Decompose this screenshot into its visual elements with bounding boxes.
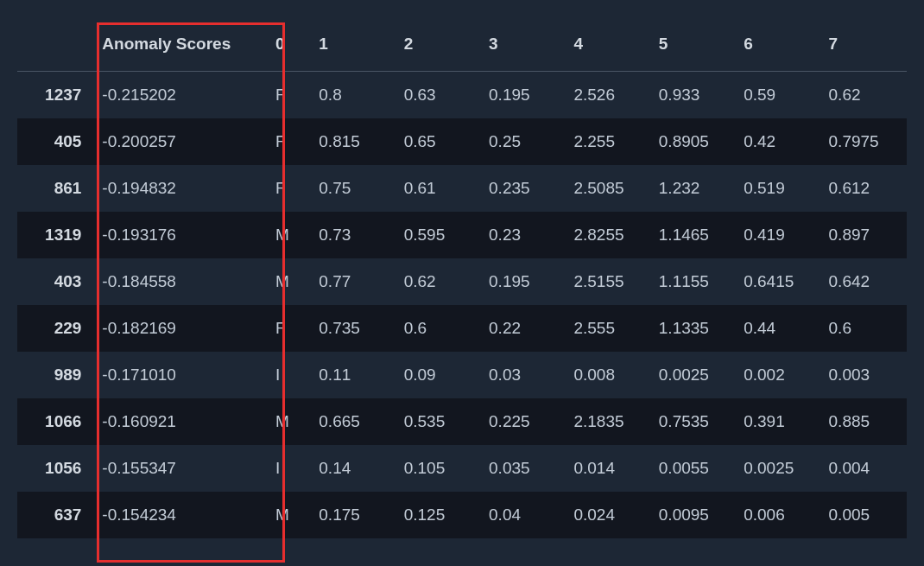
cell-index: 229	[17, 305, 95, 352]
cell-c7: 0.612	[822, 165, 907, 212]
cell-c5: 1.1155	[652, 258, 737, 305]
table-row: 1237 -0.215202 F 0.8 0.63 0.195 2.526 0.…	[17, 72, 907, 119]
cell-c7: 0.6	[822, 305, 907, 352]
cell-anomaly: -0.160921	[95, 398, 269, 445]
cell-c7: 0.004	[822, 445, 907, 492]
cell-c4: 2.5085	[566, 165, 651, 212]
cell-anomaly: -0.194832	[95, 165, 269, 212]
cell-c5: 0.0055	[652, 445, 737, 492]
cell-c6: 0.002	[737, 352, 821, 398]
cell-c5: 0.0025	[652, 352, 737, 398]
cell-c0: I	[269, 352, 312, 398]
cell-c3: 0.23	[482, 212, 566, 258]
cell-c1: 0.735	[312, 305, 396, 352]
cell-c3: 0.225	[482, 398, 566, 445]
cell-c6: 0.44	[737, 305, 821, 352]
cell-c0: I	[269, 445, 312, 492]
cell-c4: 2.8255	[566, 212, 651, 258]
cell-c0: F	[269, 118, 312, 165]
cell-c1: 0.665	[312, 398, 396, 445]
cell-c0: F	[269, 72, 312, 119]
cell-c6: 0.59	[737, 72, 821, 119]
cell-c6: 0.419	[737, 212, 821, 258]
cell-c3: 0.03	[482, 352, 566, 398]
cell-anomaly: -0.200257	[95, 118, 269, 165]
cell-anomaly: -0.215202	[95, 72, 269, 119]
cell-c1: 0.14	[312, 445, 396, 492]
cell-c2: 0.535	[397, 398, 482, 445]
cell-c4: 2.255	[566, 118, 651, 165]
cell-c4: 0.024	[566, 492, 651, 538]
cell-c4: 0.014	[566, 445, 651, 492]
cell-anomaly: -0.184558	[95, 258, 269, 305]
cell-c4: 2.5155	[566, 258, 651, 305]
cell-c2: 0.105	[397, 445, 482, 492]
cell-index: 1056	[17, 445, 95, 492]
cell-c3: 0.195	[482, 72, 566, 119]
cell-anomaly: -0.155347	[95, 445, 269, 492]
cell-index: 403	[17, 258, 95, 305]
col-header-anomaly: Anomaly Scores	[95, 17, 269, 72]
col-header-6: 6	[737, 17, 821, 72]
cell-c3: 0.235	[482, 165, 566, 212]
cell-c1: 0.815	[312, 118, 396, 165]
cell-index: 637	[17, 492, 95, 538]
cell-c6: 0.391	[737, 398, 821, 445]
cell-c2: 0.595	[397, 212, 482, 258]
cell-c0: M	[269, 492, 312, 538]
table-row: 1056 -0.155347 I 0.14 0.105 0.035 0.014 …	[17, 445, 907, 492]
cell-c2: 0.61	[397, 165, 482, 212]
cell-c2: 0.62	[397, 258, 482, 305]
cell-c6: 0.42	[737, 118, 821, 165]
cell-anomaly: -0.182169	[95, 305, 269, 352]
cell-c2: 0.125	[397, 492, 482, 538]
cell-index: 989	[17, 352, 95, 398]
cell-c2: 0.6	[397, 305, 482, 352]
cell-c3: 0.22	[482, 305, 566, 352]
table-row: 989 -0.171010 I 0.11 0.09 0.03 0.008 0.0…	[17, 352, 907, 398]
cell-index: 405	[17, 118, 95, 165]
cell-c5: 0.933	[652, 72, 737, 119]
cell-index: 861	[17, 165, 95, 212]
cell-c7: 0.885	[822, 398, 907, 445]
cell-c2: 0.65	[397, 118, 482, 165]
col-header-1: 1	[312, 17, 396, 72]
cell-anomaly: -0.193176	[95, 212, 269, 258]
data-table-container: Anomaly Scores 0 1 2 3 4 5 6 7 1237 -0.2…	[17, 17, 907, 538]
cell-c4: 2.526	[566, 72, 651, 119]
cell-c5: 1.1465	[652, 212, 737, 258]
cell-c7: 0.897	[822, 212, 907, 258]
cell-c6: 0.519	[737, 165, 821, 212]
cell-anomaly: -0.154234	[95, 492, 269, 538]
cell-c4: 2.1835	[566, 398, 651, 445]
cell-c7: 0.7975	[822, 118, 907, 165]
cell-c1: 0.11	[312, 352, 396, 398]
col-header-0: 0	[269, 17, 312, 72]
table-row: 1066 -0.160921 M 0.665 0.535 0.225 2.183…	[17, 398, 907, 445]
col-header-3: 3	[482, 17, 566, 72]
table-body: 1237 -0.215202 F 0.8 0.63 0.195 2.526 0.…	[17, 72, 907, 539]
cell-c5: 0.8905	[652, 118, 737, 165]
table-row: 405 -0.200257 F 0.815 0.65 0.25 2.255 0.…	[17, 118, 907, 165]
cell-index: 1066	[17, 398, 95, 445]
cell-c0: M	[269, 258, 312, 305]
cell-c3: 0.035	[482, 445, 566, 492]
cell-c7: 0.62	[822, 72, 907, 119]
cell-c6: 0.6415	[737, 258, 821, 305]
cell-c5: 1.1335	[652, 305, 737, 352]
cell-c5: 0.0095	[652, 492, 737, 538]
cell-c3: 0.195	[482, 258, 566, 305]
table-row: 1319 -0.193176 M 0.73 0.595 0.23 2.8255 …	[17, 212, 907, 258]
cell-c3: 0.25	[482, 118, 566, 165]
cell-c0: M	[269, 398, 312, 445]
cell-c1: 0.75	[312, 165, 396, 212]
data-table: Anomaly Scores 0 1 2 3 4 5 6 7 1237 -0.2…	[17, 17, 907, 538]
cell-c6: 0.006	[737, 492, 821, 538]
col-header-index	[17, 17, 95, 72]
col-header-7: 7	[822, 17, 907, 72]
table-row: 637 -0.154234 M 0.175 0.125 0.04 0.024 0…	[17, 492, 907, 538]
cell-c5: 0.7535	[652, 398, 737, 445]
cell-c1: 0.77	[312, 258, 396, 305]
cell-c4: 0.008	[566, 352, 651, 398]
cell-c7: 0.003	[822, 352, 907, 398]
